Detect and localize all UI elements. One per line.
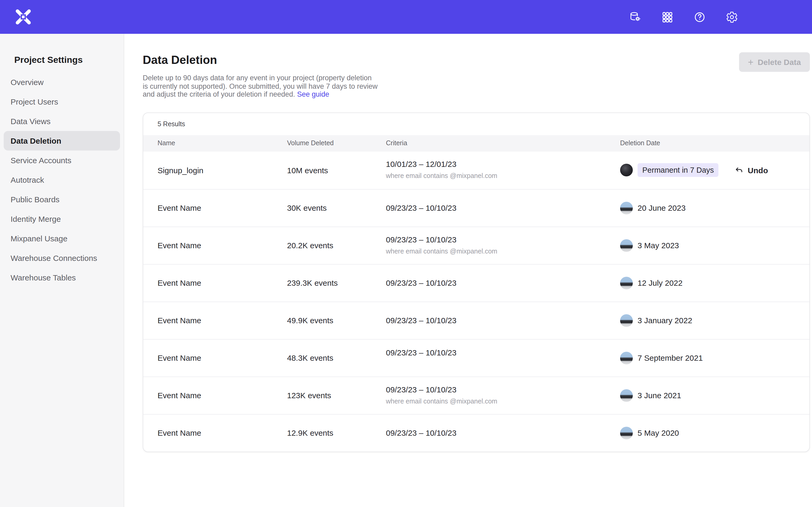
- project-settings-sidebar: Project Settings OverviewProject UsersDa…: [0, 34, 124, 507]
- topbar-icons: [625, 7, 741, 26]
- table-row: Event Name239.3K events09/23/23 – 10/10/…: [143, 264, 809, 301]
- volume-deleted-cell: 49.9K events: [287, 316, 386, 325]
- criteria-date-range: 09/23/23 – 10/10/23: [386, 278, 620, 288]
- deletion-date-text: 7 September 2021: [638, 353, 703, 362]
- data-management-icon: [629, 11, 641, 23]
- sidebar-item-warehouse-connections[interactable]: Warehouse Connections: [4, 248, 120, 268]
- help-icon: [693, 11, 706, 23]
- deletion-date-cell: 5 May 2020: [620, 427, 809, 439]
- delete-data-button[interactable]: + Delete Data: [739, 52, 810, 72]
- undo-icon: [734, 165, 744, 175]
- sidebar-title: Project Settings: [14, 55, 124, 65]
- user-avatar: [620, 427, 633, 439]
- event-name-cell: Signup_login: [158, 166, 287, 175]
- results-bar: 5 Results: [143, 113, 809, 135]
- volume-deleted-cell: 123K events: [287, 391, 386, 400]
- page-title: Data Deletion: [143, 53, 810, 67]
- settings-button[interactable]: [722, 7, 741, 26]
- event-name-cell: Event Name: [158, 428, 287, 437]
- criteria-date-range: 09/23/23 – 10/10/23: [386, 203, 620, 213]
- volume-deleted-cell: 239.3K events: [287, 278, 386, 287]
- volume-deleted-cell: 10M events: [287, 166, 386, 175]
- event-name-cell: Event Name: [158, 316, 287, 325]
- table-row: Signup_login10M events10/01/23 – 12/01/2…: [143, 151, 809, 189]
- apps-grid-icon: [661, 11, 673, 23]
- table-header-row: NameVolume DeletedCriteriaDeletion Date: [143, 135, 809, 151]
- column-header-deletion-date: Deletion Date: [620, 139, 809, 147]
- user-avatar: [620, 239, 633, 251]
- sidebar-item-overview[interactable]: Overview: [4, 72, 120, 92]
- criteria-cell: 09/23/23 – 10/10/23: [386, 348, 620, 368]
- undo-label: Undo: [748, 166, 768, 175]
- see-guide-link[interactable]: See guide: [297, 90, 329, 98]
- undo-button[interactable]: Undo: [734, 165, 768, 175]
- app-window: Project Settings OverviewProject UsersDa…: [0, 0, 812, 507]
- sidebar-item-identity-merge[interactable]: Identity Merge: [4, 209, 120, 229]
- deletion-date-cell: Permanent in 7 DaysUndo: [620, 163, 809, 177]
- settings-icon: [725, 11, 738, 23]
- delete-data-button-label: Delete Data: [758, 58, 801, 66]
- deletion-date-text: 12 July 2022: [638, 278, 682, 287]
- user-avatar: [620, 314, 633, 327]
- page-description-text: Delete up to 90 days data for any event …: [143, 74, 377, 98]
- table-row: Event Name12.9K events09/23/23 – 10/10/2…: [143, 414, 809, 451]
- criteria-cell: 09/23/23 – 10/10/23where email contains …: [386, 385, 620, 406]
- sidebar-item-autotrack[interactable]: Autotrack: [4, 170, 120, 189]
- volume-deleted-cell: 20.2K events: [287, 241, 386, 250]
- help-button[interactable]: [690, 7, 709, 26]
- sidebar-item-public-boards[interactable]: Public Boards: [4, 189, 120, 209]
- deletion-date-cell: 3 May 2023: [620, 239, 809, 251]
- user-avatar: [620, 202, 633, 214]
- table-row: Event Name123K events09/23/23 – 10/10/23…: [143, 376, 809, 414]
- sidebar-item-data-deletion[interactable]: Data Deletion: [4, 131, 120, 151]
- table-row: Event Name49.9K events09/23/23 – 10/10/2…: [143, 301, 809, 339]
- deletion-date-text: 20 June 2023: [638, 203, 686, 212]
- deletion-date-text: 3 January 2022: [638, 316, 692, 325]
- deletion-date-cell: 20 June 2023: [620, 202, 809, 214]
- criteria-date-range: 09/23/23 – 10/10/23: [386, 316, 620, 325]
- deletion-date-cell: 3 January 2022: [620, 314, 809, 327]
- criteria-filter-text: where email contains @mixpanel.com: [386, 246, 620, 256]
- criteria-filter-text: [386, 360, 620, 368]
- table-row: Event Name20.2K events09/23/23 – 10/10/2…: [143, 226, 809, 264]
- event-name-cell: Event Name: [158, 353, 287, 362]
- user-avatar: [620, 351, 633, 364]
- deletion-date-text: 3 June 2021: [638, 391, 681, 400]
- permanent-badge: Permanent in 7 Days: [638, 163, 719, 177]
- criteria-date-range: 10/01/23 – 12/01/23: [386, 160, 620, 169]
- event-name-cell: Event Name: [158, 278, 287, 287]
- criteria-date-range: 09/23/23 – 10/10/23: [386, 348, 620, 357]
- volume-deleted-cell: 12.9K events: [287, 428, 386, 437]
- column-header-volume-deleted: Volume Deleted: [287, 139, 386, 147]
- criteria-cell: 09/23/23 – 10/10/23: [386, 203, 620, 213]
- criteria-date-range: 09/23/23 – 10/10/23: [386, 428, 620, 438]
- sidebar-item-data-views[interactable]: Data Views: [4, 111, 120, 131]
- results-count: 5 Results: [158, 120, 185, 127]
- user-avatar: [620, 277, 633, 289]
- criteria-cell: 09/23/23 – 10/10/23: [386, 316, 620, 325]
- mixpanel-x-icon: [15, 9, 31, 25]
- table-body: Signup_login10M events10/01/23 – 12/01/2…: [143, 151, 809, 451]
- deletions-card: 5 Results NameVolume DeletedCriteriaDele…: [143, 112, 810, 452]
- sidebar-item-mixpanel-usage[interactable]: Mixpanel Usage: [4, 229, 120, 248]
- event-name-cell: Event Name: [158, 203, 287, 212]
- user-avatar: [620, 164, 633, 176]
- column-header-criteria: Criteria: [386, 139, 620, 147]
- volume-deleted-cell: 48.3K events: [287, 353, 386, 362]
- data-management-button[interactable]: [625, 7, 645, 26]
- sidebar-item-warehouse-tables[interactable]: Warehouse Tables: [4, 268, 120, 287]
- criteria-cell: 09/23/23 – 10/10/23: [386, 428, 620, 438]
- sidebar-item-service-accounts[interactable]: Service Accounts: [4, 151, 120, 170]
- apps-grid-button[interactable]: [658, 7, 677, 26]
- main-content: Data Deletion Delete up to 90 days data …: [124, 34, 812, 452]
- criteria-cell: 10/01/23 – 12/01/23where email contains …: [386, 160, 620, 181]
- table-row: Event Name30K events09/23/23 – 10/10/232…: [143, 189, 809, 226]
- sidebar-item-project-users[interactable]: Project Users: [4, 92, 120, 111]
- deletion-date-cell: 7 September 2021: [620, 351, 809, 364]
- page-description: Delete up to 90 days data for any event …: [143, 74, 378, 99]
- sidebar-list: OverviewProject UsersData ViewsData Dele…: [0, 72, 124, 287]
- mixpanel-logo[interactable]: [14, 8, 32, 26]
- criteria-date-range: 09/23/23 – 10/10/23: [386, 385, 620, 394]
- volume-deleted-cell: 30K events: [287, 203, 386, 212]
- deletion-date-text: 5 May 2020: [638, 428, 679, 437]
